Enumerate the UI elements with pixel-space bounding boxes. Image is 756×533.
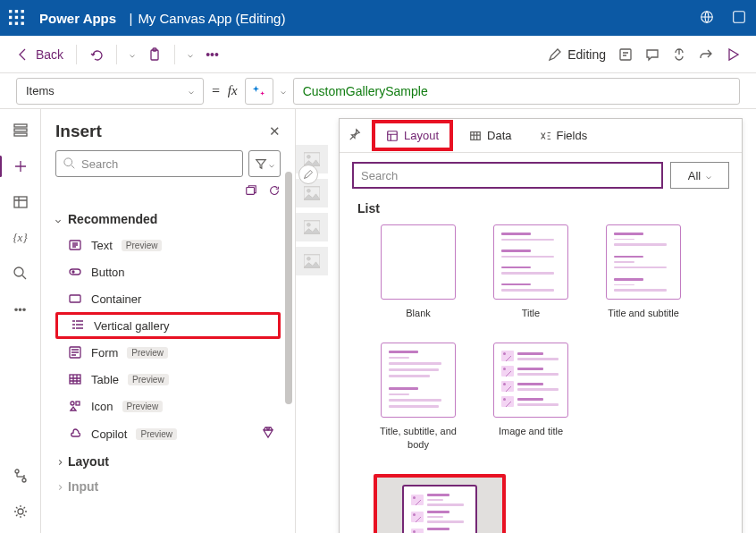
app-name: My Canvas App (Editing): [138, 11, 285, 26]
environment-icon[interactable]: [699, 9, 715, 28]
tile-image-title[interactable]: Image and title: [486, 343, 575, 451]
property-label: Items: [26, 84, 55, 97]
rail-tools[interactable]: [12, 467, 29, 485]
insert-table[interactable]: Table Preview: [55, 366, 281, 393]
formula-bar: Items ⌵ = fx ⌵ CustomGallerySample: [0, 73, 756, 109]
rail-insert[interactable]: [12, 157, 29, 175]
insert-search[interactable]: Search: [55, 150, 243, 177]
pin-icon[interactable]: [347, 128, 363, 143]
tab-data[interactable]: Data: [458, 123, 522, 148]
canvas-area: Layout Data Fields Search All⌵: [296, 109, 756, 533]
category-input[interactable]: ⌵ Input: [55, 474, 281, 499]
filter-button[interactable]: ⌵: [248, 150, 281, 177]
premium-icon: [261, 426, 275, 443]
svg-rect-5: [21, 16, 24, 19]
editing-label: Editing: [567, 47, 606, 62]
gallery-thumbnail[interactable]: [296, 140, 328, 281]
insert-panel: Insert ✕ Search ⌵ ⌵ Recommended: [41, 109, 296, 533]
tile-title-subtitle-body[interactable]: Title, subtitle, and body: [374, 343, 463, 451]
share-button[interactable]: [699, 47, 713, 62]
rail-more[interactable]: •••: [12, 300, 29, 318]
svg-point-33: [307, 156, 311, 159]
tile-title[interactable]: Title: [486, 224, 575, 319]
tile-blank[interactable]: Blank: [374, 224, 463, 319]
svg-rect-29: [70, 375, 80, 384]
equals-label: =: [211, 83, 221, 99]
rail-tree[interactable]: [12, 122, 29, 140]
scrollbar[interactable]: [285, 172, 292, 404]
insert-container[interactable]: Container: [55, 285, 281, 312]
insert-form[interactable]: Form Preview: [55, 339, 281, 366]
svg-rect-16: [14, 133, 27, 136]
section-title: List: [357, 201, 729, 216]
insert-text[interactable]: Text Preview: [55, 232, 281, 258]
tab-fields[interactable]: Fields: [528, 123, 599, 148]
svg-point-39: [307, 258, 311, 261]
left-rail: {x} •••: [0, 109, 41, 533]
back-label: Back: [36, 47, 63, 62]
layout-filter[interactable]: All⌵: [670, 162, 729, 189]
svg-rect-2: [21, 10, 24, 13]
svg-rect-14: [14, 124, 27, 127]
copilot-formula-button[interactable]: [245, 78, 273, 105]
checker-button[interactable]: [672, 47, 686, 62]
insert-title: Insert: [55, 122, 102, 141]
insert-icon[interactable]: Icon Preview: [55, 393, 281, 419]
edit-pencil-icon[interactable]: [298, 165, 318, 184]
layout-flyout: Layout Data Fields Search All⌵: [339, 118, 743, 533]
back-button[interactable]: Back: [16, 47, 63, 62]
svg-point-20: [22, 478, 26, 482]
undo-chevron[interactable]: ⌵: [130, 49, 135, 59]
category-recommended[interactable]: ⌵ Recommended: [55, 207, 281, 232]
undo-button[interactable]: [89, 47, 104, 62]
settings-icon[interactable]: [731, 9, 747, 28]
svg-point-30: [71, 402, 74, 405]
category-layout[interactable]: ⌵ Layout: [55, 449, 281, 474]
product-name: Power Apps: [39, 11, 116, 26]
svg-rect-40: [388, 131, 398, 140]
svg-rect-1: [15, 10, 18, 13]
svg-rect-11: [151, 50, 158, 60]
svg-rect-6: [9, 22, 12, 25]
svg-rect-25: [70, 269, 80, 275]
svg-point-21: [18, 509, 23, 514]
rail-data[interactable]: [12, 193, 29, 211]
editing-mode[interactable]: Editing: [548, 47, 606, 62]
svg-rect-4: [15, 16, 18, 19]
svg-point-22: [64, 158, 72, 166]
insert-copilot[interactable]: Copilot Preview: [55, 419, 281, 449]
svg-point-35: [307, 190, 311, 193]
copilot-chevron[interactable]: ⌵: [281, 86, 286, 96]
insert-vertical-gallery[interactable]: Vertical gallery: [55, 312, 281, 339]
more-button[interactable]: •••: [206, 47, 219, 62]
get-components-icon[interactable]: [245, 184, 257, 199]
svg-rect-13: [620, 49, 631, 60]
tile-image-title-subtitle-selected[interactable]: Image, title, and subtitle: [374, 474, 506, 533]
paste-chevron[interactable]: ⌵: [188, 49, 193, 59]
formula-text: CustomGallerySample: [303, 84, 428, 98]
svg-rect-17: [14, 197, 27, 207]
svg-point-19: [15, 470, 19, 473]
rail-variables[interactable]: {x}: [12, 229, 29, 247]
play-button[interactable]: [726, 47, 740, 62]
formula-input[interactable]: CustomGallerySample: [293, 78, 740, 105]
refresh-icon[interactable]: [268, 184, 281, 199]
close-button[interactable]: ✕: [269, 123, 281, 140]
insert-button[interactable]: Button: [55, 258, 281, 285]
paste-button[interactable]: [147, 47, 162, 62]
svg-rect-27: [70, 295, 80, 302]
rail-search[interactable]: [12, 265, 29, 283]
comments-button[interactable]: [645, 47, 659, 62]
svg-rect-15: [14, 129, 27, 131]
fx-label: fx: [228, 83, 238, 98]
command-bar: Back ⌵ ⌵ ••• Editing: [0, 36, 756, 73]
waffle-icon[interactable]: [9, 10, 25, 26]
tab-layout[interactable]: Layout: [372, 120, 453, 151]
property-dropdown[interactable]: Items ⌵: [16, 78, 204, 105]
rail-settings[interactable]: [12, 503, 29, 520]
svg-point-37: [307, 224, 311, 227]
layout-search[interactable]: Search: [352, 162, 663, 189]
tile-title-subtitle[interactable]: Title and subtitle: [599, 224, 688, 319]
svg-rect-41: [471, 131, 481, 140]
notes-button[interactable]: [618, 47, 633, 62]
